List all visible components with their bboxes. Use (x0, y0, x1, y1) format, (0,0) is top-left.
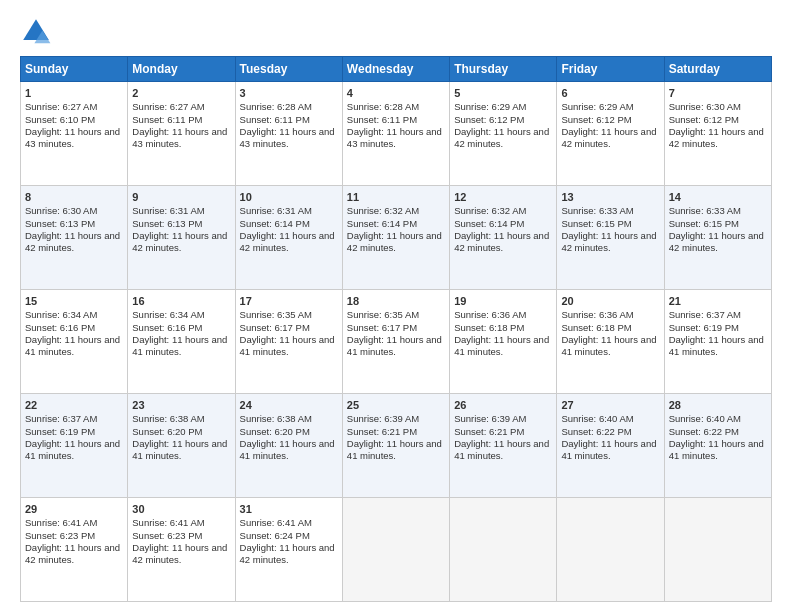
calendar-cell: 14Sunrise: 6:33 AMSunset: 6:15 PMDayligh… (664, 186, 771, 290)
sunrise: Sunrise: 6:27 AM (25, 101, 97, 112)
sunrise: Sunrise: 6:37 AM (669, 309, 741, 320)
daylight: Daylight: 11 hours and 42 minutes. (240, 542, 335, 565)
sunrise: Sunrise: 6:33 AM (561, 205, 633, 216)
calendar-cell: 11Sunrise: 6:32 AMSunset: 6:14 PMDayligh… (342, 186, 449, 290)
sunset: Sunset: 6:19 PM (669, 322, 739, 333)
sunset: Sunset: 6:12 PM (454, 114, 524, 125)
day-number: 27 (561, 398, 659, 412)
day-number: 7 (669, 86, 767, 100)
sunrise: Sunrise: 6:36 AM (561, 309, 633, 320)
sunrise: Sunrise: 6:30 AM (669, 101, 741, 112)
sunrise: Sunrise: 6:31 AM (132, 205, 204, 216)
sunset: Sunset: 6:23 PM (25, 530, 95, 541)
day-number: 11 (347, 190, 445, 204)
daylight: Daylight: 11 hours and 41 minutes. (669, 438, 764, 461)
day-number: 10 (240, 190, 338, 204)
day-number: 1 (25, 86, 123, 100)
sunrise: Sunrise: 6:29 AM (561, 101, 633, 112)
sunrise: Sunrise: 6:37 AM (25, 413, 97, 424)
sunrise: Sunrise: 6:28 AM (240, 101, 312, 112)
calendar-cell: 1Sunrise: 6:27 AMSunset: 6:10 PMDaylight… (21, 82, 128, 186)
sunset: Sunset: 6:10 PM (25, 114, 95, 125)
sunrise: Sunrise: 6:34 AM (25, 309, 97, 320)
calendar-week-row: 29Sunrise: 6:41 AMSunset: 6:23 PMDayligh… (21, 498, 772, 602)
sunset: Sunset: 6:24 PM (240, 530, 310, 541)
calendar-cell: 19Sunrise: 6:36 AMSunset: 6:18 PMDayligh… (450, 290, 557, 394)
day-number: 4 (347, 86, 445, 100)
daylight: Daylight: 11 hours and 41 minutes. (454, 334, 549, 357)
calendar-cell: 12Sunrise: 6:32 AMSunset: 6:14 PMDayligh… (450, 186, 557, 290)
calendar-header-wednesday: Wednesday (342, 57, 449, 82)
day-number: 16 (132, 294, 230, 308)
sunset: Sunset: 6:14 PM (347, 218, 417, 229)
day-number: 26 (454, 398, 552, 412)
day-number: 18 (347, 294, 445, 308)
daylight: Daylight: 11 hours and 41 minutes. (132, 438, 227, 461)
day-number: 3 (240, 86, 338, 100)
day-number: 15 (25, 294, 123, 308)
sunrise: Sunrise: 6:35 AM (347, 309, 419, 320)
sunrise: Sunrise: 6:29 AM (454, 101, 526, 112)
sunrise: Sunrise: 6:34 AM (132, 309, 204, 320)
calendar-header-row: SundayMondayTuesdayWednesdayThursdayFrid… (21, 57, 772, 82)
calendar-cell: 29Sunrise: 6:41 AMSunset: 6:23 PMDayligh… (21, 498, 128, 602)
sunset: Sunset: 6:19 PM (25, 426, 95, 437)
calendar-cell: 21Sunrise: 6:37 AMSunset: 6:19 PMDayligh… (664, 290, 771, 394)
sunrise: Sunrise: 6:38 AM (132, 413, 204, 424)
sunrise: Sunrise: 6:41 AM (25, 517, 97, 528)
sunset: Sunset: 6:17 PM (347, 322, 417, 333)
calendar-week-row: 22Sunrise: 6:37 AMSunset: 6:19 PMDayligh… (21, 394, 772, 498)
sunset: Sunset: 6:21 PM (454, 426, 524, 437)
sunset: Sunset: 6:18 PM (454, 322, 524, 333)
sunset: Sunset: 6:17 PM (240, 322, 310, 333)
daylight: Daylight: 11 hours and 42 minutes. (561, 230, 656, 253)
sunset: Sunset: 6:16 PM (25, 322, 95, 333)
day-number: 9 (132, 190, 230, 204)
header (20, 16, 772, 48)
sunrise: Sunrise: 6:35 AM (240, 309, 312, 320)
sunset: Sunset: 6:18 PM (561, 322, 631, 333)
calendar-week-row: 8Sunrise: 6:30 AMSunset: 6:13 PMDaylight… (21, 186, 772, 290)
calendar-header-friday: Friday (557, 57, 664, 82)
sunset: Sunset: 6:11 PM (347, 114, 417, 125)
calendar-cell: 30Sunrise: 6:41 AMSunset: 6:23 PMDayligh… (128, 498, 235, 602)
calendar-cell: 31Sunrise: 6:41 AMSunset: 6:24 PMDayligh… (235, 498, 342, 602)
day-number: 29 (25, 502, 123, 516)
calendar-cell: 9Sunrise: 6:31 AMSunset: 6:13 PMDaylight… (128, 186, 235, 290)
daylight: Daylight: 11 hours and 41 minutes. (561, 334, 656, 357)
sunset: Sunset: 6:22 PM (561, 426, 631, 437)
page: SundayMondayTuesdayWednesdayThursdayFrid… (0, 0, 792, 612)
day-number: 21 (669, 294, 767, 308)
daylight: Daylight: 11 hours and 43 minutes. (132, 126, 227, 149)
day-number: 24 (240, 398, 338, 412)
calendar-cell: 7Sunrise: 6:30 AMSunset: 6:12 PMDaylight… (664, 82, 771, 186)
daylight: Daylight: 11 hours and 41 minutes. (347, 438, 442, 461)
daylight: Daylight: 11 hours and 42 minutes. (561, 126, 656, 149)
day-number: 14 (669, 190, 767, 204)
sunset: Sunset: 6:13 PM (25, 218, 95, 229)
calendar-cell: 22Sunrise: 6:37 AMSunset: 6:19 PMDayligh… (21, 394, 128, 498)
calendar-cell: 17Sunrise: 6:35 AMSunset: 6:17 PMDayligh… (235, 290, 342, 394)
calendar-cell: 4Sunrise: 6:28 AMSunset: 6:11 PMDaylight… (342, 82, 449, 186)
sunset: Sunset: 6:20 PM (240, 426, 310, 437)
day-number: 19 (454, 294, 552, 308)
daylight: Daylight: 11 hours and 43 minutes. (25, 126, 120, 149)
calendar-cell: 26Sunrise: 6:39 AMSunset: 6:21 PMDayligh… (450, 394, 557, 498)
calendar-cell: 10Sunrise: 6:31 AMSunset: 6:14 PMDayligh… (235, 186, 342, 290)
day-number: 31 (240, 502, 338, 516)
day-number: 22 (25, 398, 123, 412)
calendar-cell: 3Sunrise: 6:28 AMSunset: 6:11 PMDaylight… (235, 82, 342, 186)
calendar-header-thursday: Thursday (450, 57, 557, 82)
sunset: Sunset: 6:11 PM (240, 114, 310, 125)
calendar-cell: 24Sunrise: 6:38 AMSunset: 6:20 PMDayligh… (235, 394, 342, 498)
calendar-cell: 27Sunrise: 6:40 AMSunset: 6:22 PMDayligh… (557, 394, 664, 498)
sunset: Sunset: 6:20 PM (132, 426, 202, 437)
sunset: Sunset: 6:21 PM (347, 426, 417, 437)
day-number: 20 (561, 294, 659, 308)
calendar-week-row: 15Sunrise: 6:34 AMSunset: 6:16 PMDayligh… (21, 290, 772, 394)
calendar-header-sunday: Sunday (21, 57, 128, 82)
sunrise: Sunrise: 6:41 AM (132, 517, 204, 528)
calendar-cell: 28Sunrise: 6:40 AMSunset: 6:22 PMDayligh… (664, 394, 771, 498)
day-number: 23 (132, 398, 230, 412)
sunrise: Sunrise: 6:38 AM (240, 413, 312, 424)
